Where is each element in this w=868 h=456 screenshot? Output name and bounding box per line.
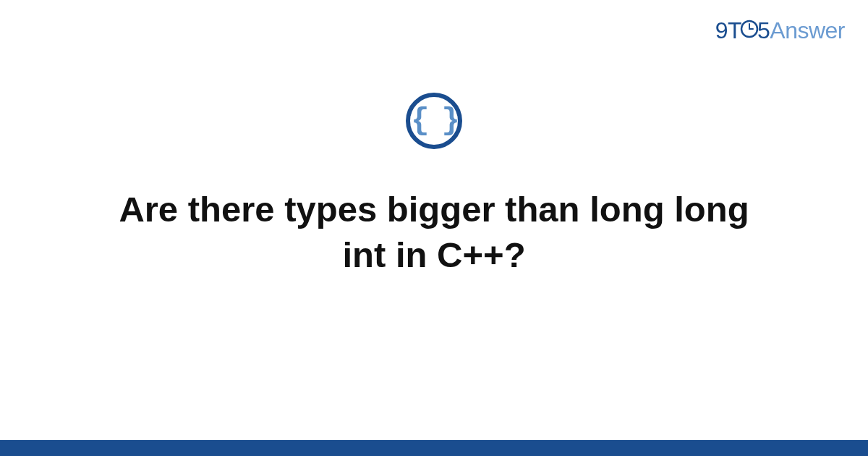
question-title: Are there types bigger than long long in… bbox=[72, 187, 796, 277]
code-braces-icon: { } bbox=[411, 106, 457, 136]
logo-text-nine: 9 bbox=[715, 17, 728, 43]
logo-text-five: 5 bbox=[757, 17, 770, 43]
main-content: { } Are there types bigger than long lon… bbox=[0, 93, 868, 277]
logo-text-answer: Answer bbox=[770, 17, 845, 43]
footer-bar bbox=[0, 440, 868, 456]
site-logo: 9T5Answer bbox=[715, 17, 845, 46]
clock-icon bbox=[740, 17, 759, 44]
category-icon-circle: { } bbox=[406, 93, 462, 149]
